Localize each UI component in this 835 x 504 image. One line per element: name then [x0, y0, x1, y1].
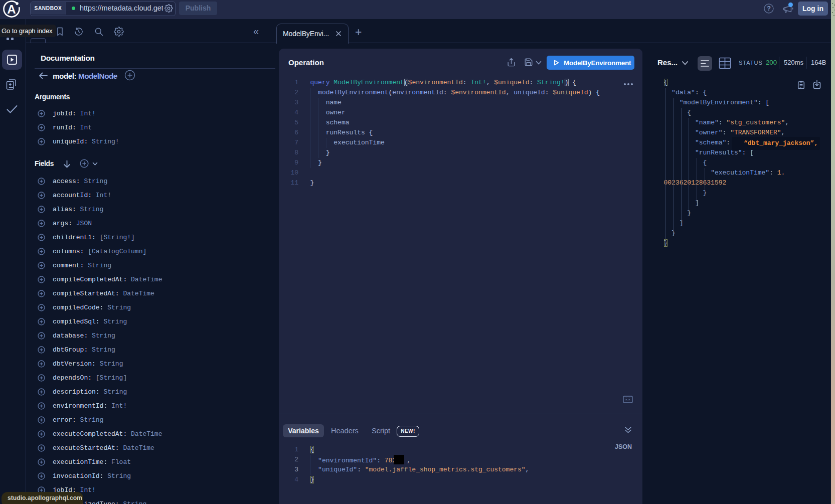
svg-text:A: A — [7, 3, 16, 16]
svg-text:?: ? — [767, 5, 771, 12]
